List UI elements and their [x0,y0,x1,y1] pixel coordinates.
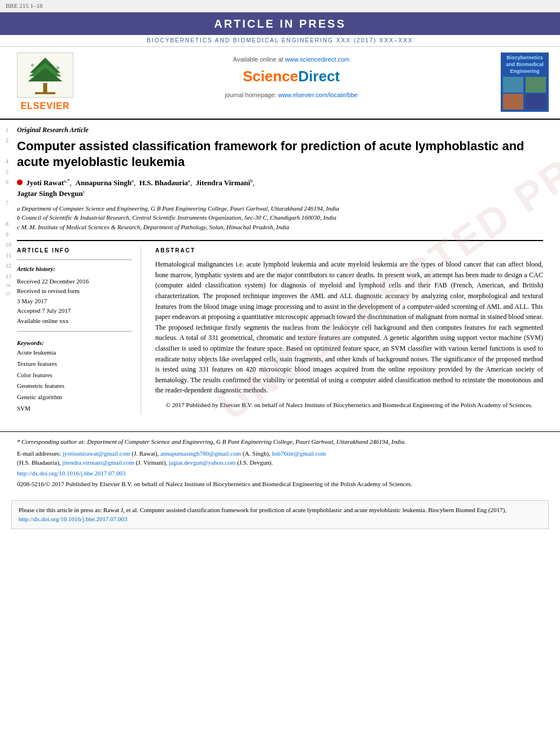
keyword-3: Color features [17,370,132,381]
top-bar: BBE 215 1–18 [0,0,560,12]
keyword-6: SVM [17,403,132,414]
line-numbers: 1 2 4 5 6 7 8 9 10 11 12 13 14 15 [6,125,11,299]
author-indicator-dot [17,180,23,185]
affil-2: b Council of Scientific & Industrial Res… [17,213,543,222]
elsevier-tree-image [17,53,73,98]
author-1-name: Jyoti Rawat [26,178,64,187]
received-revised-label: Received in revised form [17,286,132,296]
elsevier-logo: ELSEVIER [8,53,82,112]
keyword-1: Acute leukemia [17,347,132,359]
header-right: Biocybernetics and Biomedical Engineerin… [501,53,552,112]
abstract-text: Hematological malignancies i.e. acute ly… [155,259,543,396]
article-info-column: ARTICLE INFO Article history: Received 2… [17,247,141,414]
cover-img-3 [503,94,523,110]
author-5-sup: c [83,189,85,194]
journal-cover-images [503,77,546,110]
author-2-sup: a [132,178,134,184]
email-3[interactable]: hsb76iitr@gmail.com [272,450,326,457]
svg-rect-1 [35,92,55,94]
email-4-ref: (J. Virmani), [136,459,168,466]
article-history-label: Article history: [17,265,132,273]
journal-cover-title: Biocybernetics and Biomedical Engineerin… [503,55,546,75]
journal-url[interactable]: www.elsevier.com/locate/bbe [278,91,357,98]
author-4-name: Jitendra Virmani [196,178,250,187]
author-2-name: Annapurna Singh [76,178,132,187]
press-banner: ARTICLE IN PRESS [0,12,560,35]
sciencedirect-url[interactable]: www.sciencedirect.com [285,56,349,63]
email-2-ref: (A. Singh), [243,450,270,457]
copyright-text: © 2017 Published by Elsevier B.V. on beh… [155,400,543,410]
svg-rect-0 [43,83,47,93]
affil-1: a Department of Computer Science and Eng… [17,204,543,213]
keywords-section: Keywords: Acute leukemia Texture feature… [17,339,132,414]
citation-doi[interactable]: http://dx.doi.org/10.1016/j.bbe.2017.07.… [19,516,128,522]
keywords-separator [17,331,132,332]
footer-section: * Corresponding author at: Department of… [0,431,560,495]
article-info-dates: Received 22 December 2016 Received in re… [17,277,132,326]
email-1[interactable]: jyotisonirawat@gmail.com [63,450,130,457]
keyword-5: Genetic algorithm [17,392,132,403]
main-content: UNCORRECTED PROOF 1 2 4 5 6 7 8 9 10 11 … [0,120,560,420]
cover-img-2 [526,77,546,93]
separator-thick [17,240,543,241]
received-date: Received 22 December 2016 [17,277,132,287]
article-title: Computer assisted classification framewo… [17,138,543,171]
journal-line: BIOCYBERNETICS AND BIOMEDICAL ENGINEERIN… [0,35,560,47]
corresponding-author-note: * Corresponding author at: Department of… [17,438,543,446]
elsevier-name-text: ELSEVIER [20,100,69,112]
info-separator [17,259,132,260]
science-text: Science [243,68,298,85]
keywords-label: Keywords: [17,339,132,347]
available-online: Available online xxx [17,316,132,326]
cover-img-1 [503,77,523,93]
affiliations: a Department of Computer Science and Eng… [17,204,543,232]
author-5-name: Jagtar Singh Devgun [17,190,83,198]
abstract-title: ABSTRACT [155,247,543,255]
svg-point-5 [31,64,34,67]
email-2[interactable]: annapurnasingh780@gmail.com [160,450,241,457]
email-label: E-mail addresses: [17,450,61,457]
affil-3: c M. M. Institute of Medical Sciences & … [17,222,543,232]
available-online-text: Available online at www.sciencedirect.co… [88,55,495,64]
article-info-title: ARTICLE INFO [17,247,132,255]
citation-box: Please cite this article in press as: Ra… [11,500,549,529]
citation-text: Please cite this article in press as: Ra… [19,506,506,513]
header-center: Available online at www.sciencedirect.co… [88,53,495,112]
keyword-4: Geometric features [17,381,132,392]
keyword-2: Texture features [17,359,132,370]
accepted-date: Accepted 7 July 2017 [17,306,132,316]
header-section: ELSEVIER Available online at www.science… [0,47,560,119]
revised-date: 3 May 2017 [17,296,132,307]
author-3-sup: a [188,178,190,184]
cover-img-4 [526,94,546,110]
sciencedirect-logo: ScienceDirect [88,66,495,86]
doi-link[interactable]: http://dx.doi.org/10.1016/j.bbe.2017.07.… [17,470,126,477]
email-5[interactable]: jagtar.devgun@yahoo.com [169,459,235,466]
two-column-layout: ARTICLE INFO Article history: Received 2… [17,247,543,414]
journal-cover: Biocybernetics and Biomedical Engineerin… [501,53,549,112]
email-line: E-mail addresses: jyotisonirawat@gmail.c… [17,449,543,467]
keywords-list: Acute leukemia Texture features Color fe… [17,347,132,414]
email-4[interactable]: jitendra.virmani@gmail.com [62,459,134,466]
journal-homepage-text: journal homepage: www.elsevier.com/locat… [88,91,495,99]
journal-line-text: BIOCYBERNETICS AND BIOMEDICAL ENGINEERIN… [147,37,413,43]
article-type: Original Research Article [17,125,543,135]
email-5-ref: (J.S. Devgun). [237,459,273,466]
author-3-name: H.S. Bhadauria [139,178,188,187]
corr-note-text: * Corresponding author at: Department of… [17,438,406,445]
email-3-ref: (H.S. Bhadauria), [17,459,61,466]
author-1-sup: a,* [64,178,70,184]
email-1-ref: (J. Rawat), [132,450,159,457]
authors-line: Jyoti Rawata,*, Annapurna Singha, H.S. B… [17,177,543,199]
document-id: BBE 215 1–18 [6,2,42,10]
author-4-sup: b [250,178,253,184]
doi-line: http://dx.doi.org/10.1016/j.bbe.2017.07.… [17,469,543,478]
direct-text: Direct [298,68,340,85]
issn-line: 0208-5216/© 2017 Published by Elsevier B… [17,480,543,488]
svg-point-6 [56,66,59,69]
abstract-column: ABSTRACT Hematological malignancies i.e.… [152,247,543,414]
press-banner-text: ARTICLE IN PRESS [214,18,346,30]
